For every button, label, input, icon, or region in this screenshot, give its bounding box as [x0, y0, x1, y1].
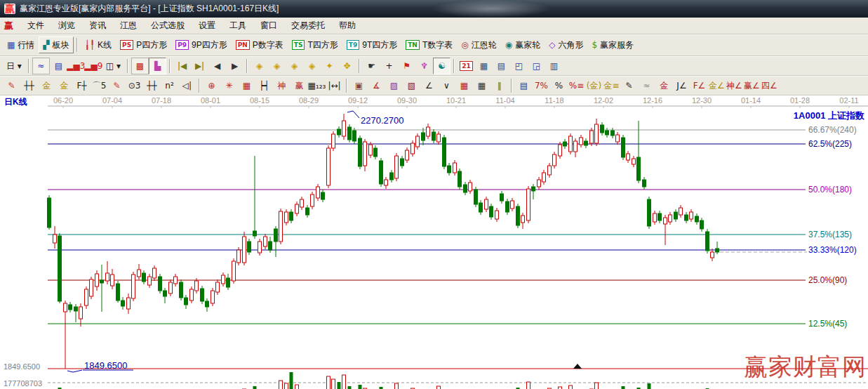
toolbar-button-gann-wheel[interactable]: ◎江恩轮 [457, 37, 500, 53]
tool-circle-cross[interactable]: ⊕ [203, 77, 220, 94]
menu-item-window-menu[interactable]: 窗口 [253, 18, 284, 33]
menu-item-help[interactable]: 帮助 [332, 18, 363, 33]
tool-analysis-brain[interactable]: ☯ [433, 58, 450, 74]
tool-bar-chart-3[interactable]: ▂▅3 [67, 58, 85, 74]
tool-angle-shen[interactable]: 神∠ [726, 77, 743, 94]
tool-parallel-lines[interactable]: ∥ [490, 77, 508, 94]
toolbar-button-winner-wheel[interactable]: ◉赢家轮 [501, 37, 545, 53]
toolbar-button-t-number-table[interactable]: TNT数字表 [401, 37, 457, 53]
tool-prev-bar[interactable]: ◀ [208, 58, 226, 74]
tool-drag-hand[interactable]: ☛ [363, 58, 380, 74]
menu-item-file[interactable]: 文件 [20, 18, 51, 33]
tool-memo-note[interactable]: ▤ [50, 58, 67, 74]
tool-calculator[interactable]: ▦ [475, 58, 493, 74]
candle-body [300, 199, 304, 207]
tool-last-bar[interactable]: ▶| [191, 58, 208, 74]
tool-pencil-angle[interactable]: ✎ [108, 77, 126, 94]
tool-zoom-out-vertical[interactable]: ◈ [286, 58, 303, 74]
tool-calendar[interactable]: 21 [458, 58, 475, 74]
tool-candle-style-dropdown[interactable]: ◫ ▾ [102, 58, 124, 74]
tool-zoom-in-vertical[interactable]: ◈ [303, 58, 321, 74]
menu-item-formula-stock-picking[interactable]: 公式选股 [144, 18, 192, 33]
tool-shen-grid[interactable]: 神 [273, 77, 291, 94]
tool-fan-lines[interactable]: ∡ [368, 77, 385, 94]
toolbar-button-t-square[interactable]: TST四方形 [288, 37, 342, 53]
menu-item-trade-orders[interactable]: 交易委托 [284, 18, 332, 33]
tool-period-day-dropdown[interactable]: 日 ▾ [3, 58, 25, 74]
tool-angle-gold[interactable]: 金∠ [708, 77, 726, 94]
tool-angle-ying[interactable]: 赢∠ [743, 77, 761, 94]
tool-crosshair[interactable]: + [380, 58, 398, 74]
tool-gold-ruler-1[interactable]: 金 [38, 77, 55, 94]
toolbar-button-quotes[interactable]: ▦行情 [3, 37, 39, 53]
tool-mark-flag[interactable]: ⚑ [398, 58, 415, 74]
tool-wave-tool-purple[interactable]: ♆ [415, 58, 433, 74]
tool-angle-j[interactable]: J∠ [673, 77, 690, 94]
tool-save-network[interactable]: ◲ [528, 58, 545, 74]
toolbar-button-hexagon[interactable]: ◇六角形 [545, 37, 587, 53]
toolbar-button-9t-square[interactable]: T99T四方形 [342, 37, 401, 53]
menu-item-news[interactable]: 资讯 [82, 18, 113, 33]
tool-radial-web[interactable]: ✳ [220, 77, 238, 94]
toolbar-button-kline[interactable]: ╽╿K线 [81, 37, 116, 53]
tool-expand-view[interactable]: ✥ [338, 58, 356, 74]
toolbar-button-p-number-table[interactable]: PNP数字表 [232, 37, 288, 53]
tool-box-tool[interactable]: ▣ [350, 77, 368, 94]
tool-gold-red[interactable]: 金 [655, 77, 673, 94]
tool-dark-grid[interactable]: ▦ [473, 77, 490, 94]
tool-remote-computer[interactable]: ▥ [545, 58, 563, 74]
tool-zoom-out-horizontal[interactable]: ◈ [251, 58, 268, 74]
tool-square-rays[interactable]: ▧ [403, 77, 420, 94]
kline-chart[interactable]: 06-2007-0407-1808-0108-1508-2909-1209-30… [0, 95, 868, 389]
tool-red-grid[interactable]: ▦ [455, 77, 473, 94]
toolbar-button-9p-square[interactable]: P99P四方形 [171, 37, 232, 53]
tool-ying-grid[interactable]: 赢 [291, 77, 308, 94]
tool-candle-pencil[interactable]: ✎ [620, 77, 638, 94]
chart-area[interactable]: 06-2007-0407-1808-0108-1508-2909-1209-30… [0, 95, 868, 389]
tool-percent-levels[interactable]: %≡ [568, 77, 585, 94]
tool-pencil-tool[interactable]: ✎ [3, 77, 20, 94]
toolbar-button-p-square[interactable]: PSP四方形 [116, 37, 171, 53]
menu-item-settings[interactable]: 设置 [192, 18, 222, 33]
tool-flag-marker[interactable]: ◁| [178, 77, 196, 94]
tool-compress-view[interactable]: ✦ [321, 58, 338, 74]
tool-report-doc[interactable]: ▤ [493, 58, 510, 74]
tool-zigzag-tool[interactable]: ≈ [32, 58, 50, 74]
tool-angle-f[interactable]: F∠ [690, 77, 708, 94]
tool-n-squared[interactable]: n² [161, 77, 178, 94]
tool-grid-123[interactable]: ▦₁₂₃ [308, 77, 326, 94]
tool-save-disk[interactable]: ◰ [510, 58, 528, 74]
tool-span-tool[interactable]: ┝┥ [255, 77, 273, 94]
title-bar[interactable]: 赢 赢家江恩专业版[赢家内部服务平台] - [上证指数 SH1A0001-167… [0, 0, 868, 18]
tool-hash-ruler[interactable]: ┼┼ [143, 77, 161, 94]
tool-angle-rays[interactable]: ∠ [420, 77, 438, 94]
tool-gold-circle[interactable]: (金) [585, 77, 603, 94]
tool-first-bar[interactable]: |◀ [173, 58, 191, 74]
tool-pattern-box-tool[interactable]: ▩ [131, 58, 149, 74]
tool-angle-si[interactable]: 四∠ [761, 77, 778, 94]
tool-v-dots[interactable]: ∨ [438, 77, 455, 94]
tool-gold-levels[interactable]: 金≡ [603, 77, 620, 94]
menu-item-tools[interactable]: 工具 [222, 18, 253, 33]
menu-item-browse[interactable]: 浏览 [51, 18, 82, 33]
tool-color-histogram[interactable]: ▙ [149, 58, 166, 74]
tool-square-fan[interactable]: ▨ [385, 77, 403, 94]
tool-gold-ruler-2[interactable]: 金 [55, 77, 73, 94]
tool-gann-ruler[interactable]: ┼┼ [20, 77, 38, 94]
tool-wave-overlay[interactable]: ≈ [638, 77, 655, 94]
toolbar-button-winner-service[interactable]: $赢家服务 [587, 37, 638, 53]
tool-width-measure[interactable]: |↔| [326, 77, 343, 94]
toolbar-button-sectors[interactable]: ▞板块 [39, 37, 73, 53]
menu-item-gann[interactable]: 江恩 [113, 18, 144, 33]
p-number-table-icon: PN [236, 40, 250, 50]
tool-panel-list[interactable]: ▤ [515, 77, 533, 94]
tool-bar-chart-9[interactable]: ▂▅9 [85, 58, 102, 74]
tool-percent[interactable]: % [550, 77, 568, 94]
tool-grid-web[interactable]: ▦ [238, 77, 255, 94]
tool-next-bar[interactable]: ▶ [226, 58, 243, 74]
tool-f-ruler[interactable]: F┼ [73, 77, 91, 94]
tool-arc-ruler[interactable]: ⌒5 [91, 77, 108, 94]
tool-zoom-in-horizontal[interactable]: ◈ [268, 58, 286, 74]
tool-percent-7[interactable]: 7% [533, 77, 550, 94]
tool-cycle-circle[interactable]: ⊙3 [126, 77, 143, 94]
